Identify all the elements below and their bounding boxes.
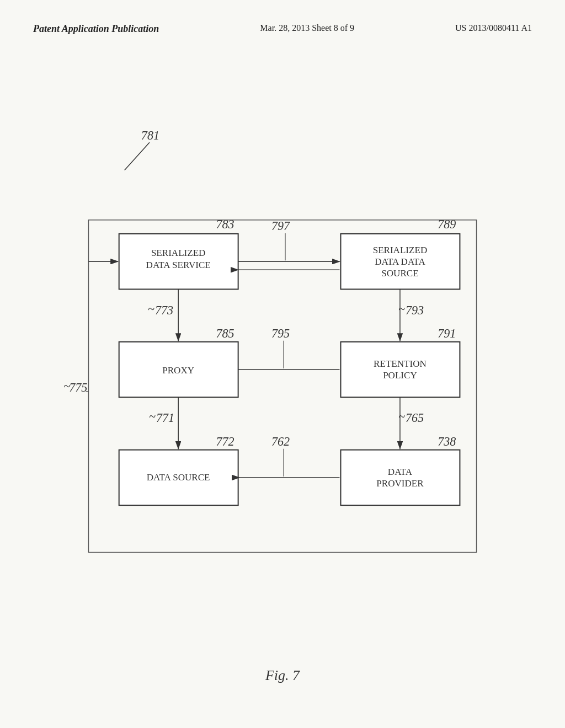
serialized-data-source-text1: SERIALIZED [373, 245, 428, 255]
ref-791-label: 791 [438, 326, 456, 340]
ref-785-label: 785 [216, 326, 234, 340]
ref-762-label: 762 [271, 435, 290, 448]
ref-765-tilde: ~ [398, 410, 405, 424]
ref-775-label: 775 [69, 381, 87, 394]
ref-781-line [125, 142, 150, 170]
ref-793-label: 793 [406, 303, 424, 317]
header-patent-number: US 2013/0080411 A1 [455, 22, 532, 34]
ref-738-label: 738 [438, 435, 456, 448]
page: Patent Application Publication Mar. 28, … [0, 0, 565, 728]
diagram-svg: 781 775 ~ SERIALIZED DATA SERVICE 783 SE… [33, 88, 532, 640]
ref-771-tilde: ~ [149, 410, 156, 424]
data-source-text: DATA SOURCE [147, 472, 210, 483]
diagram-area: 781 775 ~ SERIALIZED DATA SERVICE 783 SE… [33, 88, 532, 640]
ref-765-label: 765 [406, 411, 424, 425]
retention-policy-text1: RETENTION [374, 358, 427, 369]
retention-policy-box [340, 342, 460, 397]
serialized-data-service-text2: DATA SERVICE [146, 260, 211, 270]
ref-789-label: 789 [438, 217, 456, 231]
ref-773-tilde: ~ [148, 302, 154, 316]
ref-795-label: 795 [271, 326, 290, 340]
retention-policy-text2: POLICY [383, 370, 417, 381]
ref-772-label: 772 [216, 435, 234, 448]
data-provider-box [340, 450, 460, 505]
ref-793-tilde: ~ [398, 302, 405, 316]
data-provider-text2: PROVIDER [376, 478, 424, 489]
ref-775-tilde: ~ [63, 379, 70, 393]
serialized-data-source-text3: SOURCE [381, 268, 418, 279]
ref-771-label: 771 [156, 411, 174, 425]
ref-783-label: 783 [216, 217, 234, 231]
serialized-data-service-text1: SERIALIZED [151, 248, 206, 258]
serialized-data-source-text2: DATA DATA [375, 256, 425, 267]
ref-781-label: 781 [141, 129, 159, 142]
page-header: Patent Application Publication Mar. 28, … [0, 0, 565, 47]
ref-797-label: 797 [271, 219, 290, 233]
proxy-text: PROXY [162, 365, 194, 376]
header-date-sheet: Mar. 28, 2013 Sheet 8 of 9 [260, 22, 354, 34]
figure-label: Fig. 7 [265, 667, 300, 684]
header-title: Patent Application Publication [33, 22, 159, 36]
data-provider-text1: DATA [388, 467, 413, 477]
ref-773-label: 773 [155, 303, 173, 317]
